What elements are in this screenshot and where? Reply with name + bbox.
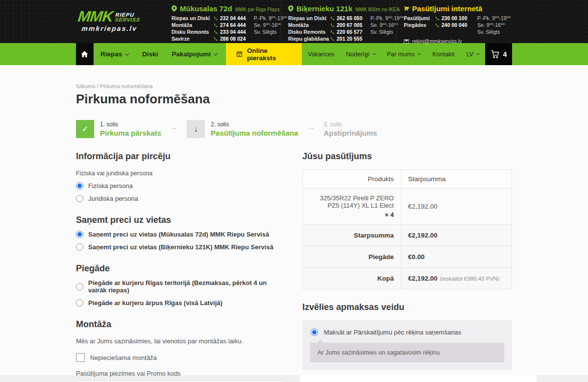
- nav-item-par-mums[interactable]: Par mums: [381, 43, 427, 65]
- radio-pickup-mukusalas[interactable]: Saņemt preci uz vietas (Mūkusalas 72d) M…: [76, 231, 286, 238]
- service-label: Riepas un Diski: [172, 15, 214, 22]
- phone-icon: [214, 30, 218, 34]
- montaza-note: Mēs ar Jums sazināsimies, lai vienotos p…: [76, 337, 286, 345]
- radio-icon[interactable]: [76, 195, 83, 202]
- working-hours: Se. 9⁰⁰-16⁰⁰: [477, 22, 511, 28]
- step-number: 3. solis: [323, 121, 377, 128]
- checkbox-icon[interactable]: [76, 353, 85, 362]
- phone-number: 274 64 444: [214, 22, 254, 28]
- nav-item-pakalpojumi[interactable]: Pakalpojumi: [165, 43, 224, 65]
- radio-selected-icon[interactable]: [76, 182, 83, 190]
- chevron-down-icon: [476, 52, 480, 55]
- service-label: Piegādes: [404, 22, 435, 28]
- order-item-row: 325/35R22 Pirelli P ZERO PZ5 (114Y) XL L…: [303, 189, 512, 225]
- radio-juridiska-persona[interactable]: Juridiska persona: [76, 195, 286, 202]
- home-button[interactable]: [76, 43, 94, 65]
- nav-item-diski[interactable]: Diski: [135, 43, 165, 65]
- location-col-mukusalas: Mūkusalas 72d MMK pie Riga Plaza Riepas …: [165, 0, 281, 43]
- working-hours: Sv. Slēgts: [477, 29, 511, 35]
- radio-selected-icon[interactable]: [76, 231, 83, 238]
- working-hours: P.-Pk. 9⁰⁰-19⁰⁰: [477, 15, 511, 22]
- radio-delivery-latvija[interactable]: Piegāde ar kurjeru ārpus Rīgas (visā Lat…: [76, 299, 286, 307]
- cart-icon: [490, 49, 500, 59]
- subtotal-row: Starpsumma €2,192.00: [303, 225, 512, 246]
- radio-delivery-riga[interactable]: Piegāde ar kurjeru Rīgas teritorijā (Bez…: [76, 279, 286, 294]
- nav-item-riepas[interactable]: Riepas: [94, 43, 135, 65]
- checkout-steps: ✓ 1. solis Pirkuma pārskats → ↓ 2. solis…: [76, 120, 512, 138]
- radio-icon[interactable]: [76, 299, 83, 307]
- payment-heading: Izvēlies apmaksas veidu: [302, 302, 512, 312]
- radio-icon[interactable]: [76, 283, 83, 290]
- subtotal-label: Starpsumma: [303, 225, 401, 246]
- breadcrumb-current: Pirkuma noformēšana: [100, 83, 153, 89]
- step-title: Apstiprinājums: [323, 129, 377, 137]
- arrow-right-icon: →: [307, 123, 315, 132]
- phone-number: 240 00 040: [435, 22, 477, 28]
- montaza-checkbox-row[interactable]: Nepieciešama montāža: [76, 353, 286, 362]
- cart-button[interactable]: 4: [485, 43, 512, 65]
- radio-payment-invoice[interactable]: Maksāt ar Pārskaitījumu pēc rēķina saņem…: [302, 329, 512, 336]
- location-subtitle: MMK 800m no IKEA: [355, 7, 400, 12]
- breadcrumb: Sākums / Pirkuma noformēšana: [76, 83, 512, 89]
- service-label: Riepas un Diski: [288, 15, 330, 22]
- radio-selected-icon[interactable]: [311, 329, 318, 336]
- online-orders-col: Pasūtījumi internetā Pasūtījumi 230 00 1…: [396, 0, 512, 43]
- order-notes-label: Pasūtījuma piezīmes vai Promo kods: [76, 370, 286, 377]
- product-qty: × 4: [310, 211, 394, 218]
- service-label: Pasūtījumi: [404, 15, 435, 22]
- col-header-product: Produkts: [303, 170, 401, 189]
- site-logo[interactable]: MMK RIEPU SERVISS mmkriepas.lv: [75, 0, 167, 43]
- language-selector[interactable]: LV: [461, 43, 485, 65]
- chevron-down-icon: [125, 51, 129, 55]
- total-value: €2,192.00: [408, 275, 438, 282]
- calendar-icon: [236, 50, 243, 58]
- main-nav: Riepas Diski Pakalpojumi Online pierakst…: [0, 43, 588, 65]
- step-title: Pirkuma pārskats: [100, 129, 161, 137]
- col-header-subtotal: Starpsumma: [401, 170, 512, 189]
- top-header: MMK RIEPU SERVISS mmkriepas.lv Mūkusalas…: [0, 0, 588, 43]
- product-name: 325/35R22 Pirelli P ZERO PZ5 (114Y) XL L…: [310, 194, 394, 209]
- step-title: Pasūtījuma noformēšana: [211, 129, 298, 137]
- phone-icon: [330, 30, 335, 34]
- phone-icon: [435, 23, 440, 27]
- product-amount: €2,192.00: [401, 189, 512, 225]
- step-number: 1. solis: [100, 121, 161, 128]
- radio-icon[interactable]: [76, 243, 83, 251]
- phone-icon: [214, 37, 218, 41]
- phone-number: 200 67 005: [330, 22, 370, 28]
- order-heading: Jūsu pasūtījums: [302, 151, 512, 162]
- nav-item-noderigi[interactable]: Noderīgi: [340, 43, 381, 65]
- step-3: 3. solis Apstiprinājums: [323, 121, 377, 137]
- total-row: Kopā €2,192.00(ieskaitot €380.43 PVN): [303, 268, 512, 289]
- nav-item-vakances[interactable]: Vakances: [302, 43, 340, 65]
- location-title: Mūkusalas 72d: [180, 4, 232, 13]
- service-label: Disku Remonts: [288, 29, 330, 35]
- phone-icon: [435, 16, 440, 21]
- logo-mmk: MMK: [77, 11, 114, 23]
- person-type-label: Fiziska vai juridiska persona: [76, 170, 286, 177]
- radio-pickup-bikernieku[interactable]: Saņemt preci uz vietas (Biķernieku 121K)…: [76, 243, 286, 251]
- cart-count-badge: 4: [503, 50, 507, 58]
- phone-icon: [214, 23, 218, 27]
- buyer-info-heading: Informācija par pircēju: [76, 151, 286, 162]
- step-number: 2. solis: [211, 121, 298, 128]
- total-label: Kopā: [303, 268, 401, 289]
- home-icon: [80, 50, 89, 58]
- service-label: Montāža: [288, 22, 330, 28]
- order-summary-column: Jūsu pasūtījums Produkts Starpsumma 325/…: [302, 151, 512, 382]
- online-booking-button[interactable]: Online pieraksts: [226, 43, 302, 65]
- phone-number: 233 04 444: [214, 29, 254, 35]
- shipping-label: Piegāde: [303, 246, 401, 268]
- breadcrumb-home-link[interactable]: Sākums: [76, 83, 96, 89]
- cart-icon: [404, 5, 409, 12]
- arrow-right-icon: →: [170, 123, 178, 132]
- service-label: Disku Remonts: [172, 29, 214, 35]
- location-pin-icon: [172, 5, 177, 12]
- vat-note: (ieskaitot €380.43 PVN): [440, 276, 499, 282]
- service-label: Montāža: [172, 22, 214, 28]
- location-col-bikernieku: Biķernieku 121k MMK 800m no IKEA Riepas …: [281, 0, 396, 43]
- phone-icon: [214, 16, 218, 21]
- nav-item-kontakti[interactable]: Kontakti: [426, 43, 460, 65]
- phone-number: 201 20 555: [330, 36, 370, 42]
- radio-fiziska-persona[interactable]: Fiziska persona: [76, 182, 286, 190]
